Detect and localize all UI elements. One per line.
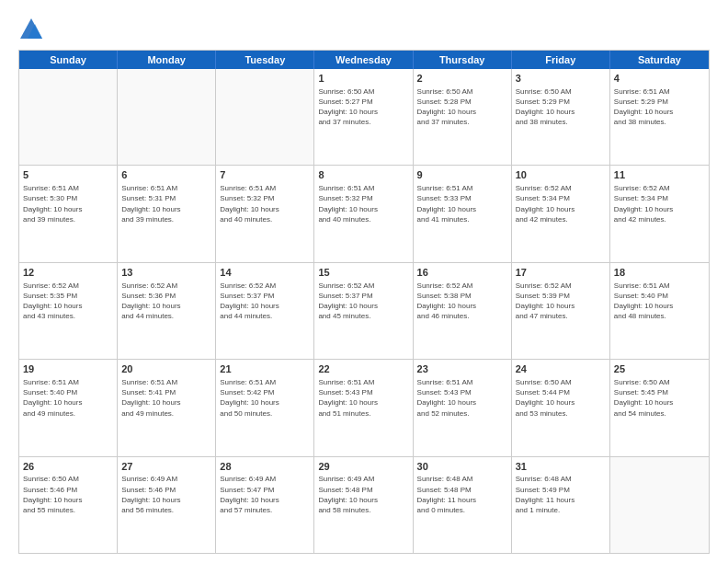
day-number: 26 <box>23 460 113 474</box>
calendar-day-3: 3Sunrise: 6:50 AM Sunset: 5:29 PM Daylig… <box>512 69 610 165</box>
day-number: 3 <box>516 72 606 86</box>
day-number: 25 <box>614 362 705 376</box>
day-info: Sunrise: 6:51 AM Sunset: 5:40 PM Dayligh… <box>614 281 705 322</box>
day-info: Sunrise: 6:49 AM Sunset: 5:48 PM Dayligh… <box>318 474 408 515</box>
day-number: 16 <box>417 266 507 280</box>
day-info: Sunrise: 6:51 AM Sunset: 5:33 PM Dayligh… <box>417 183 507 224</box>
day-info: Sunrise: 6:51 AM Sunset: 5:42 PM Dayligh… <box>220 377 310 419</box>
day-info: Sunrise: 6:50 AM Sunset: 5:29 PM Dayligh… <box>516 86 606 128</box>
calendar-day-11: 11Sunrise: 6:52 AM Sunset: 5:34 PM Dayli… <box>610 166 709 261</box>
day-info: Sunrise: 6:51 AM Sunset: 5:43 PM Dayligh… <box>417 377 507 419</box>
day-number: 28 <box>220 460 310 474</box>
calendar-day-6: 6Sunrise: 6:51 AM Sunset: 5:31 PM Daylig… <box>118 166 216 261</box>
calendar-day-8: 8Sunrise: 6:51 AM Sunset: 5:32 PM Daylig… <box>314 166 413 261</box>
calendar-day-20: 20Sunrise: 6:51 AM Sunset: 5:41 PM Dayli… <box>118 360 216 455</box>
calendar-day-15: 15Sunrise: 6:52 AM Sunset: 5:37 PM Dayli… <box>314 263 413 359</box>
day-info: Sunrise: 6:51 AM Sunset: 5:30 PM Dayligh… <box>23 183 113 224</box>
day-info: Sunrise: 6:49 AM Sunset: 5:46 PM Dayligh… <box>121 474 211 515</box>
weekday-header: Thursday <box>414 51 512 69</box>
day-number: 14 <box>220 266 310 280</box>
day-info: Sunrise: 6:52 AM Sunset: 5:38 PM Dayligh… <box>417 281 507 322</box>
day-number: 19 <box>23 362 113 376</box>
weekday-header: Saturday <box>610 51 709 69</box>
calendar-day-5: 5Sunrise: 6:51 AM Sunset: 5:30 PM Daylig… <box>19 166 118 261</box>
day-info: Sunrise: 6:50 AM Sunset: 5:46 PM Dayligh… <box>23 474 113 515</box>
day-number: 8 <box>318 168 408 182</box>
weekday-header: Friday <box>512 51 610 69</box>
day-info: Sunrise: 6:51 AM Sunset: 5:29 PM Dayligh… <box>614 86 705 128</box>
day-number: 5 <box>23 168 113 182</box>
calendar-day-12: 12Sunrise: 6:52 AM Sunset: 5:35 PM Dayli… <box>19 263 118 359</box>
day-number: 15 <box>318 266 408 280</box>
day-number: 29 <box>318 460 408 474</box>
calendar-day-7: 7Sunrise: 6:51 AM Sunset: 5:32 PM Daylig… <box>216 166 314 261</box>
logo-icon <box>18 17 44 42</box>
calendar-empty-cell <box>118 69 216 165</box>
day-info: Sunrise: 6:51 AM Sunset: 5:31 PM Dayligh… <box>121 183 211 224</box>
calendar-header: SundayMondayTuesdayWednesdayThursdayFrid… <box>19 51 709 69</box>
day-number: 27 <box>121 460 211 474</box>
calendar-body: 1Sunrise: 6:50 AM Sunset: 5:27 PM Daylig… <box>19 69 709 553</box>
day-number: 18 <box>614 266 705 280</box>
day-info: Sunrise: 6:51 AM Sunset: 5:32 PM Dayligh… <box>318 183 408 224</box>
calendar-day-1: 1Sunrise: 6:50 AM Sunset: 5:27 PM Daylig… <box>314 69 413 165</box>
calendar-row: 26Sunrise: 6:50 AM Sunset: 5:46 PM Dayli… <box>19 456 709 553</box>
day-info: Sunrise: 6:51 AM Sunset: 5:40 PM Dayligh… <box>23 377 113 419</box>
day-number: 7 <box>220 168 310 182</box>
calendar-empty-cell <box>610 457 709 553</box>
day-number: 10 <box>516 168 606 182</box>
weekday-header: Monday <box>118 51 216 69</box>
calendar-empty-cell <box>216 69 314 165</box>
day-number: 31 <box>516 460 606 474</box>
day-info: Sunrise: 6:50 AM Sunset: 5:45 PM Dayligh… <box>614 377 705 419</box>
day-number: 12 <box>23 266 113 280</box>
day-info: Sunrise: 6:49 AM Sunset: 5:47 PM Dayligh… <box>220 474 310 515</box>
day-number: 23 <box>417 362 507 376</box>
day-info: Sunrise: 6:52 AM Sunset: 5:34 PM Dayligh… <box>516 183 606 224</box>
calendar-row: 19Sunrise: 6:51 AM Sunset: 5:40 PM Dayli… <box>19 359 709 455</box>
calendar-row: 1Sunrise: 6:50 AM Sunset: 5:27 PM Daylig… <box>19 69 709 165</box>
calendar-day-19: 19Sunrise: 6:51 AM Sunset: 5:40 PM Dayli… <box>19 360 118 455</box>
day-info: Sunrise: 6:52 AM Sunset: 5:37 PM Dayligh… <box>220 281 310 322</box>
day-info: Sunrise: 6:50 AM Sunset: 5:44 PM Dayligh… <box>516 377 606 419</box>
calendar-day-22: 22Sunrise: 6:51 AM Sunset: 5:43 PM Dayli… <box>314 360 413 455</box>
weekday-header: Wednesday <box>314 51 413 69</box>
day-number: 30 <box>417 460 507 474</box>
day-number: 21 <box>220 362 310 376</box>
day-info: Sunrise: 6:52 AM Sunset: 5:35 PM Dayligh… <box>23 281 113 322</box>
calendar-day-4: 4Sunrise: 6:51 AM Sunset: 5:29 PM Daylig… <box>610 69 709 165</box>
day-number: 2 <box>417 72 507 86</box>
day-info: Sunrise: 6:51 AM Sunset: 5:32 PM Dayligh… <box>220 183 310 224</box>
calendar-day-27: 27Sunrise: 6:49 AM Sunset: 5:46 PM Dayli… <box>118 457 216 553</box>
calendar-day-28: 28Sunrise: 6:49 AM Sunset: 5:47 PM Dayli… <box>216 457 314 553</box>
day-info: Sunrise: 6:51 AM Sunset: 5:41 PM Dayligh… <box>121 377 211 419</box>
day-info: Sunrise: 6:52 AM Sunset: 5:34 PM Dayligh… <box>614 183 705 224</box>
calendar-day-31: 31Sunrise: 6:48 AM Sunset: 5:49 PM Dayli… <box>512 457 610 553</box>
day-number: 24 <box>516 362 606 376</box>
day-number: 20 <box>121 362 211 376</box>
calendar-day-14: 14Sunrise: 6:52 AM Sunset: 5:37 PM Dayli… <box>216 263 314 359</box>
logo <box>18 17 50 42</box>
day-number: 1 <box>318 72 408 86</box>
header <box>18 17 710 42</box>
calendar-day-24: 24Sunrise: 6:50 AM Sunset: 5:44 PM Dayli… <box>512 360 610 455</box>
day-number: 17 <box>516 266 606 280</box>
calendar-day-23: 23Sunrise: 6:51 AM Sunset: 5:43 PM Dayli… <box>414 360 512 455</box>
day-number: 13 <box>121 266 211 280</box>
calendar-day-9: 9Sunrise: 6:51 AM Sunset: 5:33 PM Daylig… <box>414 166 512 261</box>
calendar-empty-cell <box>19 69 118 165</box>
calendar-day-21: 21Sunrise: 6:51 AM Sunset: 5:42 PM Dayli… <box>216 360 314 455</box>
calendar-day-29: 29Sunrise: 6:49 AM Sunset: 5:48 PM Dayli… <box>314 457 413 553</box>
day-number: 11 <box>614 168 705 182</box>
calendar-day-2: 2Sunrise: 6:50 AM Sunset: 5:28 PM Daylig… <box>414 69 512 165</box>
calendar-day-18: 18Sunrise: 6:51 AM Sunset: 5:40 PM Dayli… <box>610 263 709 359</box>
day-info: Sunrise: 6:50 AM Sunset: 5:28 PM Dayligh… <box>417 86 507 128</box>
day-info: Sunrise: 6:52 AM Sunset: 5:36 PM Dayligh… <box>121 281 211 322</box>
calendar-row: 5Sunrise: 6:51 AM Sunset: 5:30 PM Daylig… <box>19 165 709 261</box>
calendar-row: 12Sunrise: 6:52 AM Sunset: 5:35 PM Dayli… <box>19 262 709 359</box>
calendar-day-25: 25Sunrise: 6:50 AM Sunset: 5:45 PM Dayli… <box>610 360 709 455</box>
day-info: Sunrise: 6:51 AM Sunset: 5:43 PM Dayligh… <box>318 377 408 419</box>
day-number: 6 <box>121 168 211 182</box>
page: SundayMondayTuesdayWednesdayThursdayFrid… <box>0 0 728 563</box>
calendar: SundayMondayTuesdayWednesdayThursdayFrid… <box>18 50 710 554</box>
